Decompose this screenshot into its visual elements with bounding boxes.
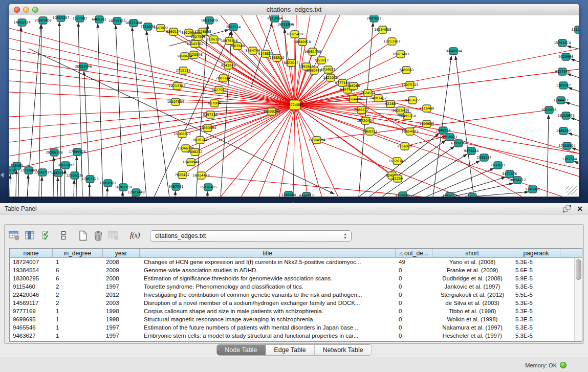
- graph-edge[interactable]: [425, 168, 494, 196]
- graph-edge[interactable]: [451, 183, 513, 196]
- graph-node[interactable]: 19218596: [277, 21, 294, 28]
- graph-node[interactable]: 15751074: [554, 39, 571, 47]
- column-header-short[interactable]: short: [432, 249, 512, 258]
- graph-edge[interactable]: [41, 177, 42, 196]
- graph-node[interactable]: 15716485: [200, 184, 216, 191]
- graph-edge[interactable]: [122, 191, 123, 196]
- table-row[interactable]: 1830029562008Estimation of significance …: [10, 274, 574, 282]
- table-cell[interactable]: 5.6E-5: [512, 266, 560, 274]
- graph-node[interactable]: 7986322: [354, 106, 369, 114]
- table-cell[interactable]: 49: [396, 258, 432, 266]
- graph-edge[interactable]: [571, 59, 579, 65]
- table-cell[interactable]: Disruption of a novel member of a sodium…: [140, 299, 396, 307]
- graph-edge[interactable]: [57, 177, 58, 196]
- table-cell[interactable]: 9465546: [10, 323, 53, 332]
- graph-node[interactable]: 12505135: [66, 172, 83, 179]
- table-cell[interactable]: 0: [396, 315, 432, 323]
- graph-node[interactable]: 20053346: [75, 63, 92, 70]
- table-options-button[interactable]: [8, 229, 20, 242]
- table-cell[interactable]: 2003: [103, 299, 140, 307]
- table-cell[interactable]: 5.3E-5: [512, 315, 560, 323]
- graph-node[interactable]: 9245065: [465, 193, 480, 196]
- table-cell[interactable]: 2: [53, 291, 103, 299]
- graph-edge[interactable]: [132, 27, 146, 196]
- graph-edge[interactable]: [9, 92, 295, 105]
- table-cell[interactable]: 2009: [103, 266, 140, 274]
- tab-edge-table[interactable]: Edge Table: [266, 345, 314, 355]
- table-cell[interactable]: 0: [396, 274, 432, 282]
- table-cell[interactable]: Tourette syndrome. Phenomenology and cla…: [140, 282, 396, 291]
- table-cell[interactable]: 9699695: [10, 315, 53, 323]
- graph-node[interactable]: 8840612: [299, 192, 314, 196]
- table-cell[interactable]: Wolkin et al. (1998): [432, 315, 512, 323]
- table-row[interactable]: 1938455462009Genome-wide association stu…: [10, 266, 574, 274]
- graph-node[interactable]: 7632621: [491, 162, 506, 169]
- table-cell[interactable]: Structural magnetic resonance image aver…: [140, 315, 396, 323]
- table-cell[interactable]: 1998: [103, 307, 140, 315]
- graph-node[interactable]: 16782759: [115, 184, 132, 191]
- table-cell[interactable]: Stergiakouli et al. (2012): [432, 291, 512, 299]
- table-cell[interactable]: Investigating the contribution of common…: [140, 291, 396, 299]
- table-cell[interactable]: Yano et al. (2008): [432, 258, 512, 266]
- table-cell[interactable]: Tibbo et al. (1998): [432, 307, 512, 315]
- graph-node[interactable]: 16648784: [445, 48, 462, 55]
- graph-edge[interactable]: [568, 133, 579, 139]
- graph-node[interactable]: 16671388: [125, 19, 142, 27]
- table-select-dropdown[interactable]: citations_edges.txt ▲▼: [150, 230, 352, 242]
- graph-edge[interactable]: [28, 174, 28, 196]
- table-cell[interactable]: 5.3E-5: [512, 307, 560, 315]
- table-cell[interactable]: Changes of HCN gene expression and I(f) …: [140, 258, 396, 266]
- table-cell[interactable]: 1: [53, 315, 103, 323]
- graph-node[interactable]: 1244413: [554, 97, 569, 104]
- graph-edge[interactable]: [571, 118, 579, 124]
- table-cell[interactable]: 5.3E-5: [512, 299, 560, 307]
- graph-node[interactable]: 8427552: [212, 86, 227, 94]
- graph-node[interactable]: 1112304: [572, 26, 579, 33]
- graph-edge[interactable]: [295, 105, 317, 140]
- window-resize-grip[interactable]: [565, 186, 577, 195]
- table-cell[interactable]: Estimation of significance thresholds fo…: [140, 274, 396, 282]
- table-row[interactable]: 946362711997Embryonic stem cells: a mode…: [10, 332, 574, 340]
- table-cell[interactable]: 1: [53, 307, 103, 315]
- graph-edge[interactable]: [98, 24, 103, 196]
- column-header-name[interactable]: name: [10, 249, 53, 258]
- table-cell[interactable]: 5.3E-5: [512, 323, 560, 332]
- delete-column-button[interactable]: [92, 229, 104, 242]
- graph-node[interactable]: 10973493: [392, 51, 409, 58]
- graph-edge[interactable]: [9, 105, 295, 156]
- graph-edge[interactable]: [107, 187, 107, 196]
- graph-edge[interactable]: [354, 99, 522, 196]
- graph-edge[interactable]: [116, 25, 123, 196]
- scrollbar-thumb[interactable]: [576, 259, 581, 280]
- graph-node[interactable]: 7625402: [175, 171, 190, 179]
- graph-edge[interactable]: [196, 25, 208, 196]
- table-cell[interactable]: Dudbridge et al. (2008): [432, 274, 512, 282]
- graph-edge[interactable]: [455, 56, 474, 196]
- table-cell[interactable]: 5.9E-5: [512, 274, 560, 282]
- graph-node[interactable]: 7485063: [399, 67, 414, 74]
- column-header-title[interactable]: title: [140, 249, 396, 258]
- table-row[interactable]: 969969511998Structural magnetic resonanc…: [10, 315, 574, 323]
- table-cell[interactable]: 2008: [103, 274, 140, 282]
- graph-edge[interactable]: [567, 46, 579, 51]
- table-row[interactable]: 946554611997Estimation of the future num…: [10, 323, 574, 332]
- table-cell[interactable]: 1: [53, 258, 103, 266]
- table-scrollbar[interactable]: [574, 258, 582, 341]
- graph-edge[interactable]: [382, 146, 454, 196]
- select-rows-button[interactable]: [40, 229, 52, 242]
- table-cell[interactable]: 1997: [103, 323, 140, 332]
- graph-node[interactable]: 9115460: [420, 105, 434, 112]
- graph-node[interactable]: 1145194: [51, 169, 66, 177]
- graph-edge[interactable]: [565, 102, 579, 109]
- network-svg[interactable]: 1872400718300295193845547663822986012489…: [9, 15, 579, 196]
- table-cell[interactable]: 0: [396, 266, 432, 274]
- table-cell[interactable]: 0: [396, 291, 432, 299]
- graph-node[interactable]: 14055724: [13, 19, 30, 26]
- graph-node[interactable]: 9860124: [166, 28, 181, 35]
- graph-node[interactable]: 12923448: [127, 189, 144, 196]
- graph-node[interactable]: 16033809: [201, 17, 217, 24]
- table-cell[interactable]: Jankovic et al. (1997): [432, 282, 512, 291]
- graph-node[interactable]: 18325419: [286, 31, 303, 38]
- graph-node[interactable]: 16961758: [304, 48, 321, 55]
- table-cell[interactable]: 9777169: [10, 307, 53, 315]
